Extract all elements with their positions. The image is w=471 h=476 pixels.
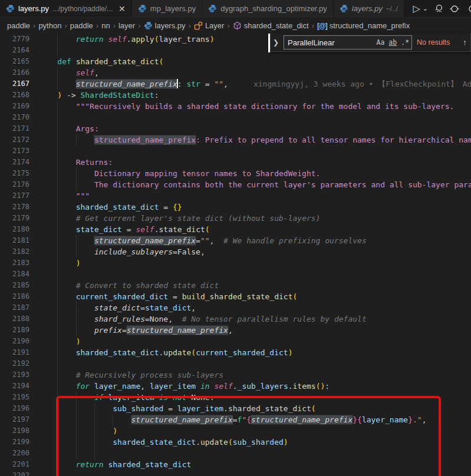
breadcrumb-item-sharded_state_dict[interactable]: sharded_state_dict xyxy=(233,21,309,30)
line-number[interactable]: 2176 xyxy=(0,179,29,190)
code-line[interactable]: 2187 state_dict=state_dict, xyxy=(0,302,471,313)
find-widget-sash[interactable] xyxy=(268,34,270,52)
line-number[interactable]: 2178 xyxy=(0,201,29,213)
code-line[interactable]: 2175 Dictionary mapping tensor names to … xyxy=(0,168,471,179)
code-line[interactable]: 2188 shard_rules=None, # No tensor paral… xyxy=(0,313,471,325)
find-expand-chevron-icon[interactable]: ❯ xyxy=(273,38,279,47)
code-line[interactable]: 2184 xyxy=(0,269,471,280)
code-line[interactable]: 2180 state_dict = self.state_dict( xyxy=(0,224,471,235)
line-number[interactable]: 2172 xyxy=(0,134,29,146)
line-number[interactable]: 2187 xyxy=(0,302,29,313)
line-number[interactable]: 2179 xyxy=(0,213,29,224)
code-line[interactable]: 2176 The dictionary contains both the cu… xyxy=(0,179,471,190)
whole-word-button[interactable]: ab xyxy=(388,38,397,47)
find-input[interactable]: ParallelLinear Aa ab .* xyxy=(284,35,412,49)
tab-dygraph_sharding_optimizer.py[interactable]: dygraph_sharding_optimizer.py xyxy=(202,0,334,17)
clipped-action-icon[interactable] xyxy=(465,4,471,14)
line-number[interactable]: 2166 xyxy=(0,67,29,78)
line-number[interactable]: 2165 xyxy=(0,56,29,67)
code-line[interactable]: 2173 xyxy=(0,146,471,157)
tab-layers.py[interactable]: layers.py.../python/paddle/...✕ xyxy=(0,0,132,17)
target-icon[interactable] xyxy=(450,4,459,14)
close-icon[interactable]: ✕ xyxy=(118,5,126,13)
line-number[interactable]: 2183 xyxy=(0,257,29,269)
code-line[interactable]: 2192 xyxy=(0,358,471,369)
line-number[interactable]: 2196 xyxy=(0,403,29,414)
find-previous-button[interactable]: ↑ xyxy=(463,38,467,47)
line-number[interactable]: 2201 xyxy=(0,459,29,470)
code-line[interactable]: 2183 ) xyxy=(0,257,471,269)
line-number[interactable]: 2164 xyxy=(0,45,29,56)
breadcrumb-item-paddle[interactable]: paddle xyxy=(7,21,30,30)
line-number[interactable]: 2191 xyxy=(0,347,29,358)
line-number[interactable]: 2197 xyxy=(0,414,29,425)
match-case-button[interactable]: Aa xyxy=(376,38,384,47)
code-line[interactable]: 2198 ) xyxy=(0,425,471,437)
code-line[interactable]: 2179 # Get current layer's state dict (w… xyxy=(0,213,471,224)
line-number[interactable]: 2193 xyxy=(0,369,29,381)
code-line[interactable]: 2191 sharded_state_dict.update(current_s… xyxy=(0,347,471,358)
line-number[interactable]: 2779 xyxy=(0,34,29,45)
regex-button[interactable]: .* xyxy=(401,38,409,47)
line-number[interactable]: 2188 xyxy=(0,313,29,325)
line-number[interactable]: 2190 xyxy=(0,336,29,347)
code-line[interactable]: 2197 structured_name_prefix=f"{structure… xyxy=(0,414,471,425)
line-number[interactable]: 2200 xyxy=(0,448,29,459)
code-line[interactable]: 2169 """Recursively builds a sharded sta… xyxy=(0,101,471,112)
code-line[interactable]: 2196 sub_sharded = layer_item.sharded_st… xyxy=(0,403,471,414)
line-number[interactable]: 2192 xyxy=(0,358,29,369)
breadcrumb-item-python[interactable]: python xyxy=(38,21,61,30)
code-line[interactable]: 2186 current_sharded_dict = build_sharde… xyxy=(0,291,471,302)
code-line[interactable]: 2202 xyxy=(0,470,471,476)
line-number[interactable]: 2171 xyxy=(0,123,29,134)
code-line[interactable]: 2189 prefix=structured_name_prefix, xyxy=(0,325,471,336)
code-line[interactable]: 2177 """ xyxy=(0,190,471,201)
line-number[interactable]: 2182 xyxy=(0,246,29,257)
code-line[interactable]: 2200 xyxy=(0,448,471,459)
code-line[interactable]: 2190 ) xyxy=(0,336,471,347)
line-number[interactable]: 2202 xyxy=(0,470,29,476)
breadcrumb-item-layer[interactable]: layer xyxy=(118,21,135,30)
line-number[interactable]: 2184 xyxy=(0,269,29,280)
tab-layers.py[interactable]: layers.py~/../ xyxy=(334,0,404,17)
code-line[interactable]: 2193 # Recursively process sub-layers xyxy=(0,369,471,381)
line-number[interactable]: 2168 xyxy=(0,90,29,101)
code-editor[interactable]: 2779 return self.apply(layer_trans)21642… xyxy=(0,34,471,476)
breadcrumb-item-nn[interactable]: nn xyxy=(101,21,110,30)
line-number[interactable]: 2194 xyxy=(0,381,29,392)
code-line[interactable]: 2172 structured_name_prefix: Prefix to p… xyxy=(0,134,471,146)
line-number[interactable]: 2185 xyxy=(0,280,29,291)
code-line[interactable]: 2171 Args: xyxy=(0,123,471,134)
code-line[interactable]: 2195 if layer_item is not None: xyxy=(0,392,471,403)
line-number[interactable]: 2177 xyxy=(0,190,29,201)
code-line[interactable]: 2194 for layer_name, layer_item in self.… xyxy=(0,381,471,392)
run-python-file-button[interactable]: ▷ xyxy=(413,3,420,14)
code-line[interactable]: 2174 Returns: xyxy=(0,157,471,168)
breadcrumb-item-paddle[interactable]: paddle xyxy=(70,21,93,30)
breadcrumb-item-Layer[interactable]: Layer xyxy=(194,21,225,30)
code-line[interactable]: 2165 def sharded_state_dict( xyxy=(0,56,471,67)
code-line[interactable]: 2201 return sharded_state_dict xyxy=(0,459,471,470)
line-number[interactable]: 2173 xyxy=(0,146,29,157)
line-number[interactable]: 2167 xyxy=(0,78,29,90)
code-line[interactable]: 2168 ) -> ShardedStateDict: xyxy=(0,90,471,101)
line-number[interactable]: 2195 xyxy=(0,392,29,403)
code-line[interactable]: 2199 sharded_state_dict.update(sub_shard… xyxy=(0,437,471,448)
line-number[interactable]: 2199 xyxy=(0,437,29,448)
line-number[interactable]: 2175 xyxy=(0,168,29,179)
line-number[interactable]: 2198 xyxy=(0,425,29,437)
line-number[interactable]: 2181 xyxy=(0,235,29,246)
breadcrumb-item-structured_name_prefix[interactable]: [@]structured_name_prefix xyxy=(317,21,410,30)
code-line[interactable]: 2182 include_sublayers=False, xyxy=(0,246,471,257)
line-number[interactable]: 2174 xyxy=(0,157,29,168)
line-number[interactable]: 2169 xyxy=(0,101,29,112)
search-commits-icon[interactable] xyxy=(434,4,444,14)
line-number[interactable]: 2186 xyxy=(0,291,29,302)
tab-mp_layers.py[interactable]: mp_layers.py xyxy=(132,0,202,17)
code-line[interactable]: 2185 # Convert to sharded state dict xyxy=(0,280,471,291)
code-line[interactable]: 2170 xyxy=(0,112,471,123)
line-number[interactable]: 2180 xyxy=(0,224,29,235)
code-line[interactable]: 2166 self, xyxy=(0,67,471,78)
code-line[interactable]: 2181 structured_name_prefix="", # We han… xyxy=(0,235,471,246)
line-number[interactable]: 2189 xyxy=(0,325,29,336)
